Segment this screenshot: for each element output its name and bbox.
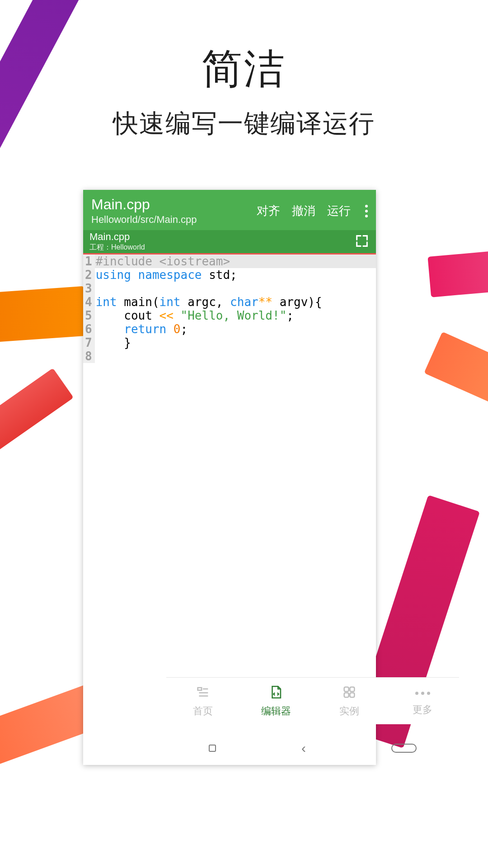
nav-home[interactable]: 首页 bbox=[166, 678, 239, 724]
nav-editor-label: 编辑器 bbox=[261, 704, 291, 718]
svg-rect-5 bbox=[350, 687, 354, 691]
sys-recent-icon[interactable] bbox=[209, 745, 216, 752]
run-button[interactable]: 运行 bbox=[327, 203, 351, 219]
align-button[interactable]: 对齐 bbox=[257, 203, 280, 219]
decor-stripe-orange-right bbox=[424, 332, 488, 410]
svg-rect-0 bbox=[198, 688, 202, 690]
more-menu-icon[interactable] bbox=[365, 205, 368, 217]
svg-rect-7 bbox=[350, 693, 354, 697]
nav-home-label: 首页 bbox=[193, 704, 213, 718]
more-icon bbox=[415, 686, 430, 701]
nav-examples[interactable]: 实例 bbox=[313, 678, 386, 724]
sys-home-icon[interactable] bbox=[391, 744, 417, 753]
tab-project: 工程：Helloworld bbox=[89, 243, 354, 252]
grid-icon bbox=[342, 684, 357, 703]
file-title: Main.cpp bbox=[91, 196, 257, 213]
system-nav: ‹ bbox=[166, 741, 459, 756]
nav-more-label: 更多 bbox=[413, 703, 432, 717]
page-title: 简洁 bbox=[0, 42, 488, 97]
editor-header: Main.cpp Helloworld/src/Main.cpp 对齐 撤消 运… bbox=[83, 190, 376, 230]
nav-editor[interactable]: 编辑器 bbox=[239, 678, 313, 724]
line-gutter: 1 2 3 4 5 6 7 8 bbox=[83, 255, 95, 363]
decor-stripe-red-left bbox=[0, 368, 74, 455]
home-icon bbox=[195, 684, 211, 703]
editor-tabbar: Main.cpp 工程：Helloworld bbox=[83, 230, 376, 253]
expand-icon[interactable] bbox=[354, 233, 370, 250]
nav-examples-label: 实例 bbox=[339, 704, 359, 718]
svg-rect-4 bbox=[344, 687, 349, 691]
editor-card: Main.cpp Helloworld/src/Main.cpp 对齐 撤消 运… bbox=[83, 190, 376, 765]
page-subtitle: 快速编写一键编译运行 bbox=[0, 107, 488, 141]
code-file-icon bbox=[268, 684, 284, 703]
code-area[interactable]: 1 2 3 4 5 6 7 8 #include <iostream> usin… bbox=[83, 255, 376, 363]
bottom-nav: 首页 编辑器 实例 更多 bbox=[166, 677, 459, 724]
sys-back-icon[interactable]: ‹ bbox=[301, 741, 306, 756]
file-path: Helloworld/src/Main.cpp bbox=[91, 214, 257, 226]
nav-more[interactable]: 更多 bbox=[386, 678, 459, 724]
undo-button[interactable]: 撤消 bbox=[292, 203, 315, 219]
svg-rect-6 bbox=[344, 693, 349, 697]
decor-stripe-magenta-right bbox=[427, 250, 488, 297]
code-lines[interactable]: #include <iostream> using namespace std;… bbox=[95, 255, 376, 363]
tab-filename[interactable]: Main.cpp bbox=[89, 231, 354, 243]
decor-stripe-orange-left bbox=[0, 286, 88, 342]
